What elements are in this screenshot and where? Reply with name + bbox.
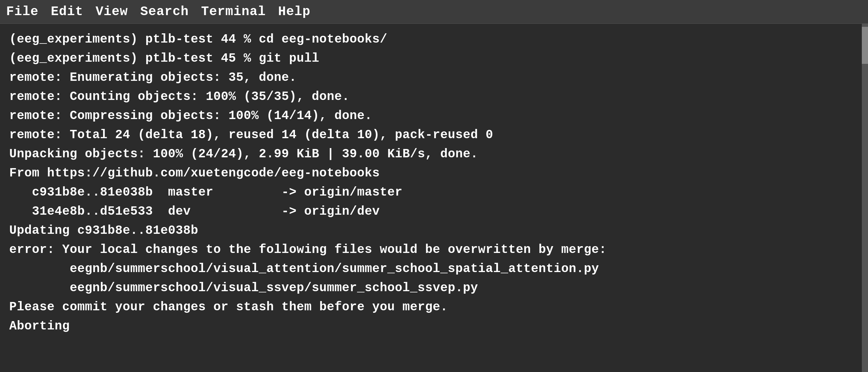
terminal-window: File Edit View Search Terminal Help (eeg… (0, 0, 868, 372)
terminal-line-4: remote: Compressing objects: 100% (14/14… (9, 106, 859, 126)
terminal-line-13: eegnb/summerschool/visual_ssvep/summer_s… (9, 279, 859, 298)
terminal-line-8: c931b8e..81e038b master -> origin/master (9, 183, 859, 202)
menu-file[interactable]: File (6, 4, 38, 19)
terminal-line-10: Updating c931b8e..81e038b (9, 221, 859, 240)
menu-search[interactable]: Search (140, 4, 189, 19)
menu-terminal[interactable]: Terminal (201, 4, 266, 19)
terminal-line-12: eegnb/summerschool/visual_attention/summ… (9, 259, 859, 279)
terminal-line-14: Please commit your changes or stash them… (9, 298, 859, 317)
menu-bar: File Edit View Search Terminal Help (0, 0, 868, 24)
terminal-line-7: From https://github.com/xuetengcode/eeg-… (9, 164, 859, 183)
terminal-line-9: 31e4e8b..d51e533 dev -> origin/dev (9, 202, 859, 221)
scrollbar[interactable] (862, 24, 868, 372)
terminal-line-2: remote: Enumerating objects: 35, done. (9, 68, 859, 87)
menu-edit[interactable]: Edit (51, 4, 83, 19)
terminal-line-0: (eeg_experiments) ptlb-test 44 % cd eeg-… (9, 30, 859, 49)
terminal-line-5: remote: Total 24 (delta 18), reused 14 (… (9, 126, 859, 145)
menu-view[interactable]: View (96, 4, 128, 19)
menu-help[interactable]: Help (278, 4, 310, 19)
terminal-line-11: error: Your local changes to the followi… (9, 240, 859, 259)
terminal-line-15: Aborting (9, 317, 859, 336)
terminal-line-6: Unpacking objects: 100% (24/24), 2.99 Ki… (9, 145, 859, 164)
terminal-body[interactable]: (eeg_experiments) ptlb-test 44 % cd eeg-… (0, 24, 868, 372)
scrollbar-thumb[interactable] (862, 27, 868, 64)
terminal-line-1: (eeg_experiments) ptlb-test 45 % git pul… (9, 49, 859, 68)
terminal-line-3: remote: Counting objects: 100% (35/35), … (9, 87, 859, 106)
